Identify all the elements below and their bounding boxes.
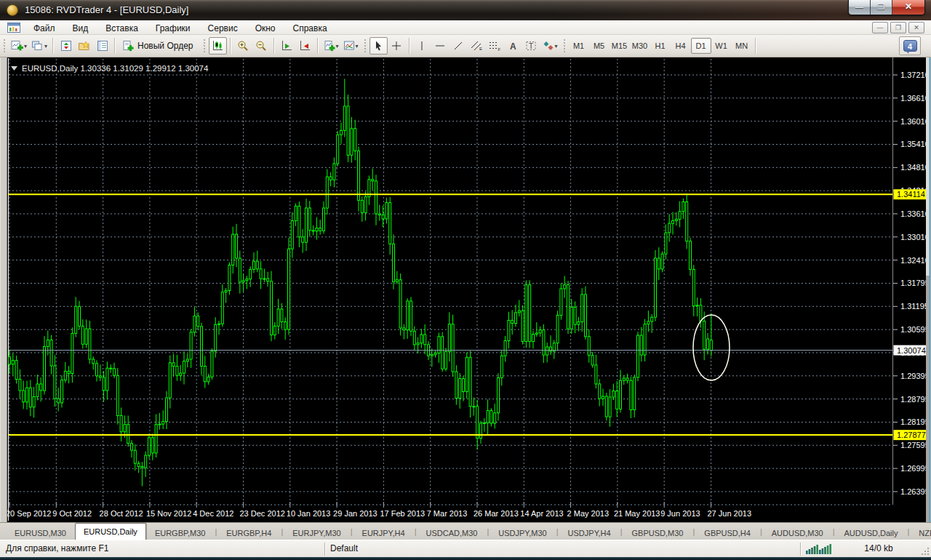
candlestick-icon bbox=[212, 40, 223, 52]
chart-tab[interactable]: NZDUSD,M30 bbox=[910, 525, 931, 540]
maximize-button[interactable]: ❐ bbox=[871, 0, 892, 15]
chart-tab[interactable]: USDJPY,M30 bbox=[490, 525, 555, 540]
app-coin-icon bbox=[7, 4, 18, 16]
toolbar-grip[interactable] bbox=[563, 39, 567, 53]
zoom-out-button[interactable] bbox=[252, 37, 271, 55]
crosshair-tool-button[interactable] bbox=[388, 37, 406, 55]
svg-text:1.26395: 1.26395 bbox=[900, 487, 930, 496]
svg-text:7 Mar 2013: 7 Mar 2013 bbox=[427, 509, 468, 518]
chart-tab[interactable]: EURUSD,M30 bbox=[6, 525, 75, 540]
timeframe-m5[interactable]: M5 bbox=[589, 38, 610, 54]
market-watch-button[interactable] bbox=[57, 37, 75, 55]
timeframe-m30[interactable]: M30 bbox=[630, 38, 650, 54]
menu-item[interactable]: Окно bbox=[247, 22, 284, 35]
chart-tab[interactable]: USDCAD,M30 bbox=[417, 525, 487, 540]
text-label-tool[interactable]: T bbox=[522, 37, 540, 55]
chart-tab[interactable]: EURJPY,M30 bbox=[284, 525, 349, 540]
menu-item[interactable]: Вид bbox=[64, 22, 97, 35]
window-bottom-border bbox=[0, 557, 931, 560]
fibonacci-tool[interactable]: F bbox=[486, 37, 504, 55]
window-controls: — ❐ ✕ bbox=[848, 0, 925, 15]
minimize-button[interactable]: — bbox=[849, 0, 871, 15]
resize-grip[interactable] bbox=[921, 547, 930, 556]
svg-text:1.35410: 1.35410 bbox=[900, 140, 930, 148]
data-window-button[interactable] bbox=[93, 37, 111, 55]
new-order-button[interactable]: Новый Ордер bbox=[119, 37, 199, 55]
arrows-tool-button[interactable]: ▾ bbox=[540, 37, 560, 55]
svg-text:15 Nov 2012: 15 Nov 2012 bbox=[146, 509, 191, 518]
cursor-tool-button[interactable] bbox=[369, 37, 388, 55]
trendline-icon bbox=[452, 40, 464, 52]
community-button[interactable]: 4 bbox=[899, 36, 921, 55]
timeframe-m1[interactable]: M1 bbox=[569, 38, 589, 54]
chart-canvas[interactable]: 1.372101.366101.360101.354101.348101.342… bbox=[0, 57, 931, 522]
chart-frame bbox=[0, 57, 931, 522]
favorites-button[interactable] bbox=[75, 37, 93, 55]
vertical-line-tool[interactable] bbox=[413, 37, 431, 55]
timeframe-m15[interactable]: M15 bbox=[610, 38, 630, 54]
status-profile[interactable]: Default bbox=[330, 543, 358, 553]
chart-shift-toggle[interactable] bbox=[296, 37, 314, 55]
svg-text:20 Sep 2012: 20 Sep 2012 bbox=[6, 509, 51, 518]
child-close-button[interactable]: ✕ bbox=[908, 22, 924, 33]
svg-text:1.29395: 1.29395 bbox=[900, 372, 930, 380]
status-bar: Для справки, нажмите F1 Default 14/0 kb bbox=[0, 540, 931, 557]
svg-text:10 Jan 2013: 10 Jan 2013 bbox=[287, 509, 331, 518]
new-chart-button[interactable]: ▾ bbox=[9, 37, 29, 55]
toolbar-grip[interactable] bbox=[3, 39, 7, 53]
menu-item[interactable]: Справка bbox=[284, 22, 336, 35]
close-button[interactable]: ✕ bbox=[892, 0, 924, 15]
chart-tab[interactable]: USDJPY,H4 bbox=[559, 525, 620, 540]
chart-tab[interactable]: EURGBP,M30 bbox=[146, 525, 215, 540]
timeframe-w1[interactable]: W1 bbox=[711, 38, 732, 54]
chart-symbol-ohlc: EURUSD,Daily 1.30336 1.31029 1.29912 1.3… bbox=[11, 64, 209, 73]
chart-tab[interactable]: AUDUSD,Daily bbox=[836, 525, 907, 540]
mdi-child-controls: — ❐ ✕ bbox=[872, 22, 927, 33]
svg-text:9 Oct 2012: 9 Oct 2012 bbox=[52, 509, 92, 518]
menu-item[interactable]: Вставка bbox=[97, 22, 147, 35]
chart-tab[interactable]: GBPUSD,H4 bbox=[695, 525, 759, 540]
text-icon: A bbox=[508, 40, 518, 52]
toolbar: ▾ ▾ bbox=[0, 35, 931, 57]
timeframe-h1[interactable]: H1 bbox=[650, 38, 671, 54]
toolbar-grip[interactable] bbox=[364, 39, 367, 53]
timeframe-h4[interactable]: H4 bbox=[671, 38, 691, 54]
menu-item[interactable]: Файл bbox=[25, 22, 64, 35]
auto-scroll-toggle[interactable] bbox=[278, 37, 296, 55]
horizontal-line-tool[interactable] bbox=[431, 37, 449, 55]
chart-tab[interactable]: GBPUSD,M30 bbox=[623, 525, 692, 540]
indicators-button[interactable]: ▾ bbox=[321, 37, 341, 55]
equidistant-channel-tool[interactable]: E bbox=[468, 37, 486, 55]
chart-tab[interactable]: AUDUSD,M30 bbox=[763, 525, 832, 540]
menu-bar: ФайлВидВставкаГрафикиСервисОкноСправка —… bbox=[0, 20, 931, 35]
timeframe-d1[interactable]: D1 bbox=[691, 38, 711, 54]
toolbar-grip[interactable] bbox=[203, 39, 207, 53]
menu-item[interactable]: Сервис bbox=[199, 22, 247, 35]
svg-text:1.26995: 1.26995 bbox=[900, 464, 930, 473]
svg-text:2 May 2013: 2 May 2013 bbox=[567, 509, 609, 518]
zoom-in-button[interactable] bbox=[234, 37, 252, 55]
cursor-icon bbox=[373, 40, 383, 52]
child-restore-button[interactable]: ❐ bbox=[890, 22, 906, 33]
zoom-in-icon bbox=[237, 40, 249, 52]
candlestick-chart-toggle[interactable] bbox=[209, 37, 227, 55]
indicators-icon bbox=[324, 40, 335, 52]
svg-text:17 Feb 2013: 17 Feb 2013 bbox=[380, 509, 425, 518]
trendline-tool[interactable] bbox=[449, 37, 468, 55]
child-minimize-button[interactable]: — bbox=[872, 22, 888, 33]
svg-text:1.28195: 1.28195 bbox=[900, 417, 930, 426]
status-help-text: Для справки, нажмите F1 bbox=[6, 543, 108, 553]
chart-profiles-button[interactable]: ▾ bbox=[29, 37, 49, 55]
svg-text:14 Apr 2013: 14 Apr 2013 bbox=[520, 509, 563, 518]
text-tool[interactable]: A bbox=[504, 37, 522, 55]
chart-tab[interactable]: EURGBP,H4 bbox=[217, 525, 280, 540]
chart-tab[interactable]: EURUSD,Daily bbox=[75, 523, 146, 540]
templates-icon bbox=[343, 40, 355, 52]
timeframe-mn[interactable]: MN bbox=[732, 38, 752, 54]
chart-tab[interactable]: EURJPY,H4 bbox=[353, 525, 414, 540]
templates-button[interactable]: ▾ bbox=[341, 37, 361, 55]
market-watch-icon bbox=[60, 40, 72, 52]
menu-item[interactable]: Графики bbox=[147, 22, 199, 35]
zoom-out-icon bbox=[255, 40, 267, 52]
svg-text:EURUSD,Daily 1.30336 1.31029: EURUSD,Daily 1.30336 1.31029 1.29912 1.3… bbox=[22, 64, 209, 73]
